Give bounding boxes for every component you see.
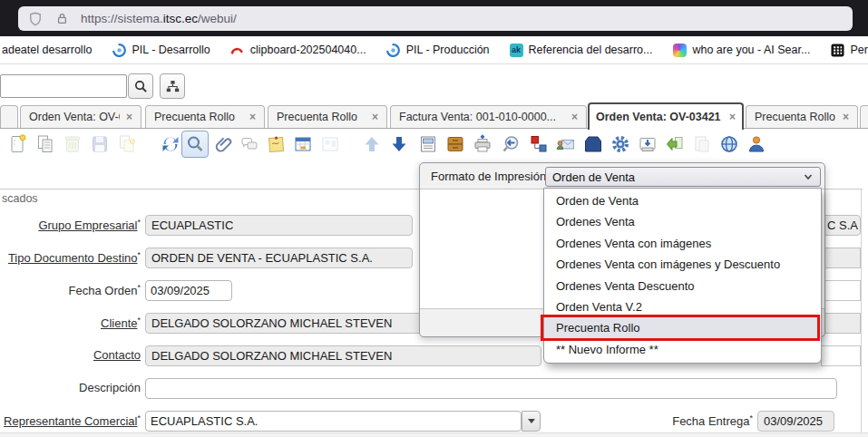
tipo-documento-destino-field[interactable]: ORDEN DE VENTA - ECUAPLASTIC S.A. [145,248,413,268]
import-button[interactable] [664,133,686,155]
close-icon[interactable]: × [571,111,578,123]
copy-button[interactable] [34,133,56,155]
new-document-button[interactable] [7,133,29,155]
bookmark-adeatel[interactable]: adeatel desarrollo [2,44,92,56]
option-nuevo-informe[interactable]: ** Nuevo Informe ** [544,339,821,360]
address-bar[interactable]: https://sistema.itsc.ec/webui/ [18,6,853,31]
right-field-fragment [821,248,861,268]
archive-button[interactable] [444,133,466,155]
print-preview-button[interactable] [500,133,522,155]
delete-button[interactable] [62,133,83,155]
label-text[interactable]: Cliente [101,316,137,330]
blue-swirl-icon [112,43,126,57]
bookmark-pil-desarrollo[interactable]: PIL - Desarrollo [112,43,210,57]
right-field-fragment [821,345,861,366]
tab-partial-right[interactable]: F [860,105,868,128]
search-input[interactable] [0,74,127,98]
screen: https://sistema.itsc.ec/webui/ adeatel d… [0,0,868,437]
export-button[interactable] [637,133,658,155]
tab-factura-venta[interactable]: Factura Venta: 001-010-0000...× [390,105,587,128]
send-email-button[interactable] [555,133,577,155]
bookmark-clipboard[interactable]: clipboard-202504040... [230,43,366,57]
option-ordenes-venta-descuento[interactable]: Ordenes Venta Descuento [544,276,821,296]
close-icon[interactable]: × [843,111,849,123]
option-ordenes-venta-con-imagenes-y-descuento[interactable]: Ordenes Venta con imágenes y Descuento [544,254,821,275]
option-ordenes-venta[interactable]: Ordenes Venta [544,211,821,232]
label-text[interactable]: Representante Comercial [4,414,137,428]
workflow-button[interactable] [528,133,550,155]
representante-comercial-label[interactable]: Representante Comercial* [0,413,141,428]
blue-swirl-icon [386,43,401,57]
option-ordenes-venta-con-imagenes[interactable]: Ordenes Venta con imágenes [544,233,821,254]
lock-icon[interactable] [54,11,70,26]
bookmark-referencia[interactable]: akReferencia del desarro... [510,44,653,57]
layout-button[interactable] [319,133,341,155]
bookmark-label: PIL - Desarrollo [132,44,210,56]
representante-comercial-input[interactable] [145,411,522,432]
grupo-empresarial-label[interactable]: Grupo Empresarial* [0,218,141,232]
tab-label: Orden Venta: OV-03421 [596,111,723,123]
clipboard-button[interactable] [691,133,713,155]
label-text[interactable]: Contacto [93,348,141,362]
right-field-fragment [821,313,861,334]
tab-precuenta-rollo-3[interactable]: Precuenta Rollo× [746,105,858,128]
settings-button[interactable] [610,133,631,155]
descripcion-label: Descripción [0,381,141,394]
attachment-button[interactable] [213,133,235,155]
tab-precuenta-rollo-1[interactable]: Precuenta Rollo× [145,105,265,128]
notes-button[interactable] [265,133,287,155]
paste-button[interactable] [116,133,138,155]
right-field-fragment: C S.A [821,215,861,236]
bookmark-label: PIL - Producción [406,44,490,56]
move-down-button[interactable] [388,133,410,155]
sitemap-button[interactable] [160,73,185,99]
bottom-strip [0,432,868,437]
report-view-button[interactable] [417,133,439,155]
contacto-label[interactable]: Contacto [0,348,141,362]
print-button[interactable] [472,133,493,155]
cliente-label[interactable]: Cliente* [0,316,141,330]
fecha-orden-label: Fecha Orden* [0,283,141,297]
search-button[interactable] [128,73,153,99]
tab-precuenta-rollo-2[interactable]: Precuenta Rollo× [268,105,387,128]
label-text[interactable]: Grupo Empresarial [38,218,137,232]
annotation-highlight [541,315,820,341]
print-format-select[interactable]: Orden de Venta [545,167,821,187]
contacto-field[interactable]: DELGADO SOLORZANO MICHAEL STEVEN [145,345,541,366]
option-orden-de-venta[interactable]: Orden de Venta [544,190,821,211]
fecha-orden-input[interactable] [145,280,232,301]
save-button[interactable] [89,133,111,155]
label-text[interactable]: Tipo Documento Destino [8,251,138,265]
chevron-down-icon [528,419,535,423]
schedule-button[interactable] [292,133,314,155]
move-up-button[interactable] [361,133,383,155]
bookmark-label: adeatel desarrollo [2,44,92,56]
panel-right-border [861,189,862,433]
grupo-empresarial-field[interactable]: ECUAPLASTIC [145,215,413,236]
descripcion-input[interactable] [145,378,837,399]
close-icon[interactable]: × [729,111,736,123]
bookmark-perplexity[interactable]: Perplexity AI [830,43,868,57]
tab-partial-left[interactable]: o [0,105,18,128]
web-button[interactable] [718,133,740,155]
right-field-fragment [821,280,861,301]
search-tool-button[interactable] [184,133,206,155]
comments-button[interactable] [239,133,260,155]
tab-orden-venta-ov-03416[interactable]: Orden Venta: OV-03416× [20,105,141,128]
tipo-documento-destino-label[interactable]: Tipo Documento Destino* [0,250,141,265]
user-button[interactable] [746,133,767,155]
representante-comercial-dropdown-button[interactable] [522,411,541,432]
close-icon[interactable]: × [372,111,378,123]
bookmark-who-are-you[interactable]: who are you - AI Sear... [672,43,810,57]
bookmark-pil-produccion[interactable]: PIL - Producción [386,43,490,57]
tab-label: Precuenta Rollo [277,111,366,123]
fecha-entrega-field[interactable]: 03/09/2025 [757,411,834,432]
refresh-button[interactable] [160,133,181,155]
bookmarks-bar: adeatel desarrollo PIL - Desarrollo clip… [0,36,868,64]
tab-orden-venta-ov-03421[interactable]: Orden Venta: OV-03421× [588,102,744,130]
process-button[interactable] [582,133,604,155]
close-icon[interactable]: × [126,111,132,123]
rainbow-icon [672,43,687,57]
close-icon[interactable]: × [249,111,256,123]
shield-icon[interactable] [27,11,44,27]
